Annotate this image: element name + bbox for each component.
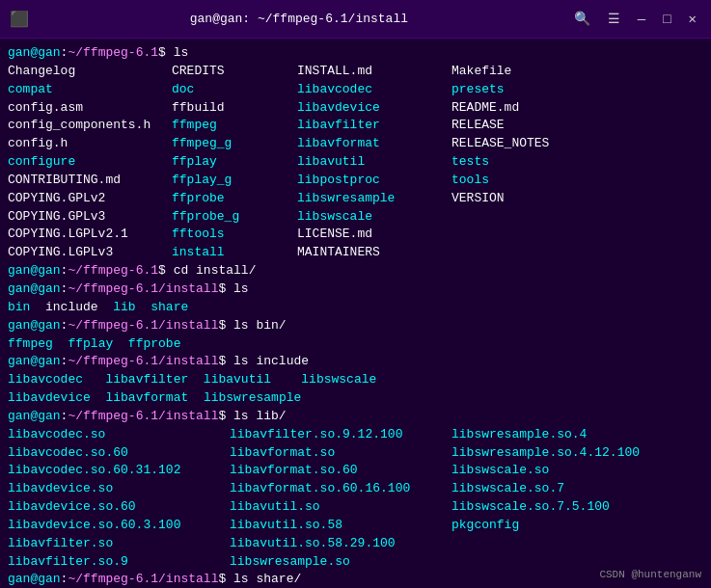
titlebar: ⬛ gan@gan: ~/ffmpeg-6.1/install 🔍 ☰ — □ … bbox=[0, 0, 711, 39]
terminal-line: gan@gan:~/ffmpeg-6.1$ ls bbox=[8, 44, 703, 63]
minimize-button[interactable]: — bbox=[633, 10, 650, 29]
terminal-line-ls2: gan@gan:~/ffmpeg-6.1/install$ ls bbox=[8, 281, 703, 299]
terminal-content: gan@gan:~/ffmpeg-6.1$ ls Changelog compa… bbox=[0, 39, 711, 588]
window-controls: 🔍 ☰ — □ ✕ bbox=[569, 9, 701, 29]
search-button[interactable]: 🔍 bbox=[569, 9, 595, 29]
watermark: CSDN @huntenganw bbox=[599, 569, 701, 580]
close-button[interactable]: ✕ bbox=[684, 9, 701, 29]
lib-col2: libavfilter.so.9.12.100 libavformat.so l… bbox=[230, 426, 451, 572]
ls-col2: CREDITS doc ffbuild ffmpeg ffmpeg_g ffpl… bbox=[172, 63, 297, 262]
terminal-line-lsinc: gan@gan:~/ffmpeg-6.1/install$ ls include bbox=[8, 353, 703, 371]
ls-include-output2: libavdevice libavformat libswresample bbox=[8, 389, 703, 408]
lib-col3: libswresample.so.4 libswresample.so.4.12… bbox=[451, 426, 644, 572]
terminal-line-lslib: gan@gan:~/ffmpeg-6.1/install$ ls lib/ bbox=[8, 408, 703, 426]
ls-include-output1: libavcodec libavfilter libavutil libswsc… bbox=[8, 371, 703, 389]
maximize-button[interactable]: □ bbox=[658, 10, 675, 29]
window-title: gan@gan: ~/ffmpeg-6.1/install bbox=[190, 12, 408, 26]
terminal-line-cd: gan@gan:~/ffmpeg-6.1$ cd install/ bbox=[8, 262, 703, 281]
ls-col1: Changelog compat config.asm config_compo… bbox=[8, 63, 172, 262]
ls-col4: Makefile presets README.md RELEASE RELEA… bbox=[451, 63, 567, 262]
ls-install-output: bin include lib share bbox=[8, 299, 703, 317]
ls-lib-grid: libavcodec.so libavcodec.so.60 libavcode… bbox=[8, 426, 703, 572]
ls-bin-output: ffmpeg ffplay ffprobe bbox=[8, 335, 703, 354]
terminal-icon: ⬛ bbox=[10, 10, 29, 29]
terminal-line-lsbin: gan@gan:~/ffmpeg-6.1/install$ ls bin/ bbox=[8, 317, 703, 335]
menu-button[interactable]: ☰ bbox=[603, 9, 625, 29]
ls-output-grid: Changelog compat config.asm config_compo… bbox=[8, 63, 703, 262]
lib-col1: libavcodec.so libavcodec.so.60 libavcode… bbox=[8, 426, 230, 572]
ls-col3: INSTALL.md libavcodec libavdevice libavf… bbox=[297, 63, 451, 262]
